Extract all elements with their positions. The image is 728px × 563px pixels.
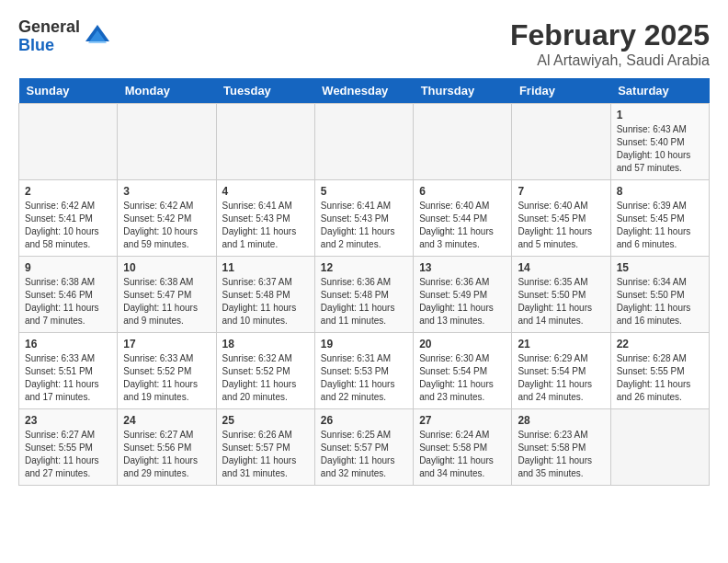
day-info: Sunrise: 6:24 AM Sunset: 5:58 PM Dayligh… (419, 429, 506, 480)
day-number: 8 (617, 185, 703, 198)
calendar-table: SundayMondayTuesdayWednesdayThursdayFrid… (18, 78, 710, 486)
calendar-cell: 22Sunrise: 6:28 AM Sunset: 5:55 PM Dayli… (610, 333, 709, 409)
day-info: Sunrise: 6:27 AM Sunset: 5:55 PM Dayligh… (25, 429, 111, 480)
title-block: February 2025 Al Artawiyah, Saudi Arabia (510, 18, 710, 69)
calendar-cell: 8Sunrise: 6:39 AM Sunset: 5:45 PM Daylig… (610, 180, 709, 257)
calendar-cell: 21Sunrise: 6:29 AM Sunset: 5:54 PM Dayli… (512, 333, 610, 409)
calendar-cell: 28Sunrise: 6:23 AM Sunset: 5:58 PM Dayli… (512, 409, 610, 486)
day-info: Sunrise: 6:38 AM Sunset: 5:46 PM Dayligh… (25, 276, 111, 327)
calendar-week-row: 9Sunrise: 6:38 AM Sunset: 5:46 PM Daylig… (19, 257, 710, 333)
day-info: Sunrise: 6:42 AM Sunset: 5:42 PM Dayligh… (123, 200, 210, 251)
day-number: 14 (518, 261, 604, 274)
calendar-subtitle: Al Artawiyah, Saudi Arabia (510, 52, 710, 69)
calendar-cell (19, 104, 118, 180)
page-header: General Blue February 2025 Al Artawiyah,… (18, 18, 710, 69)
calendar-week-row: 23Sunrise: 6:27 AM Sunset: 5:55 PM Dayli… (19, 409, 710, 486)
calendar-week-row: 2Sunrise: 6:42 AM Sunset: 5:41 PM Daylig… (19, 180, 710, 257)
day-number: 12 (321, 261, 407, 274)
calendar-cell: 27Sunrise: 6:24 AM Sunset: 5:58 PM Dayli… (414, 409, 512, 486)
calendar-title: February 2025 (510, 18, 710, 52)
day-number: 16 (25, 338, 111, 350)
weekday-sunday: Sunday (19, 78, 118, 104)
calendar-cell (314, 104, 413, 180)
day-info: Sunrise: 6:41 AM Sunset: 5:43 PM Dayligh… (222, 200, 309, 251)
day-number: 4 (222, 185, 309, 198)
day-number: 13 (419, 261, 506, 274)
calendar-cell: 20Sunrise: 6:30 AM Sunset: 5:54 PM Dayli… (414, 333, 512, 409)
day-number: 15 (617, 261, 703, 274)
day-number: 18 (222, 338, 309, 350)
day-info: Sunrise: 6:40 AM Sunset: 5:45 PM Dayligh… (518, 200, 604, 251)
weekday-tuesday: Tuesday (216, 78, 314, 104)
day-info: Sunrise: 6:33 AM Sunset: 5:51 PM Dayligh… (25, 352, 111, 404)
day-number: 25 (222, 414, 309, 427)
day-info: Sunrise: 6:36 AM Sunset: 5:49 PM Dayligh… (419, 276, 506, 327)
day-number: 9 (25, 261, 111, 274)
day-info: Sunrise: 6:35 AM Sunset: 5:50 PM Dayligh… (518, 276, 604, 327)
weekday-monday: Monday (118, 78, 216, 104)
weekday-saturday: Saturday (610, 78, 709, 104)
day-number: 3 (123, 185, 210, 198)
day-info: Sunrise: 6:29 AM Sunset: 5:54 PM Dayligh… (518, 352, 604, 404)
calendar-cell: 18Sunrise: 6:32 AM Sunset: 5:52 PM Dayli… (216, 333, 314, 409)
day-info: Sunrise: 6:38 AM Sunset: 5:47 PM Dayligh… (123, 276, 210, 327)
calendar-cell (414, 104, 512, 180)
day-number: 26 (321, 414, 407, 427)
logo: General Blue (18, 18, 111, 55)
logo-blue: Blue (18, 37, 80, 55)
calendar-cell (610, 409, 709, 486)
calendar-cell (118, 104, 216, 180)
day-info: Sunrise: 6:30 AM Sunset: 5:54 PM Dayligh… (419, 352, 506, 404)
day-info: Sunrise: 6:36 AM Sunset: 5:48 PM Dayligh… (321, 276, 407, 327)
day-info: Sunrise: 6:37 AM Sunset: 5:48 PM Dayligh… (222, 276, 309, 327)
day-number: 24 (123, 414, 210, 427)
day-number: 21 (518, 338, 604, 350)
calendar-cell: 7Sunrise: 6:40 AM Sunset: 5:45 PM Daylig… (512, 180, 610, 257)
day-number: 17 (123, 338, 210, 350)
day-info: Sunrise: 6:31 AM Sunset: 5:53 PM Dayligh… (321, 352, 407, 404)
day-number: 11 (222, 261, 309, 274)
calendar-cell: 3Sunrise: 6:42 AM Sunset: 5:42 PM Daylig… (118, 180, 216, 257)
day-number: 10 (123, 261, 210, 274)
day-number: 2 (25, 185, 111, 198)
calendar-cell: 19Sunrise: 6:31 AM Sunset: 5:53 PM Dayli… (314, 333, 413, 409)
calendar-week-row: 1Sunrise: 6:43 AM Sunset: 5:40 PM Daylig… (19, 104, 710, 180)
day-number: 22 (617, 338, 703, 350)
day-info: Sunrise: 6:41 AM Sunset: 5:43 PM Dayligh… (321, 200, 407, 251)
day-number: 27 (419, 414, 506, 427)
calendar-cell: 6Sunrise: 6:40 AM Sunset: 5:44 PM Daylig… (414, 180, 512, 257)
day-info: Sunrise: 6:34 AM Sunset: 5:50 PM Dayligh… (617, 276, 703, 327)
day-number: 20 (419, 338, 506, 350)
calendar-cell: 2Sunrise: 6:42 AM Sunset: 5:41 PM Daylig… (19, 180, 118, 257)
day-number: 28 (518, 414, 604, 427)
calendar-cell: 15Sunrise: 6:34 AM Sunset: 5:50 PM Dayli… (610, 257, 709, 333)
calendar-cell: 10Sunrise: 6:38 AM Sunset: 5:47 PM Dayli… (118, 257, 216, 333)
day-number: 6 (419, 185, 506, 198)
day-info: Sunrise: 6:27 AM Sunset: 5:56 PM Dayligh… (123, 429, 210, 480)
calendar-cell: 23Sunrise: 6:27 AM Sunset: 5:55 PM Dayli… (19, 409, 118, 486)
day-info: Sunrise: 6:25 AM Sunset: 5:57 PM Dayligh… (321, 429, 407, 480)
calendar-cell: 25Sunrise: 6:26 AM Sunset: 5:57 PM Dayli… (216, 409, 314, 486)
day-info: Sunrise: 6:33 AM Sunset: 5:52 PM Dayligh… (123, 352, 210, 404)
calendar-cell: 4Sunrise: 6:41 AM Sunset: 5:43 PM Daylig… (216, 180, 314, 257)
weekday-thursday: Thursday (414, 78, 512, 104)
day-info: Sunrise: 6:32 AM Sunset: 5:52 PM Dayligh… (222, 352, 309, 404)
calendar-body: 1Sunrise: 6:43 AM Sunset: 5:40 PM Daylig… (19, 104, 710, 486)
logo-icon (84, 23, 111, 51)
day-info: Sunrise: 6:39 AM Sunset: 5:45 PM Dayligh… (617, 200, 703, 251)
day-number: 7 (518, 185, 604, 198)
day-info: Sunrise: 6:23 AM Sunset: 5:58 PM Dayligh… (518, 429, 604, 480)
calendar-cell: 9Sunrise: 6:38 AM Sunset: 5:46 PM Daylig… (19, 257, 118, 333)
day-info: Sunrise: 6:28 AM Sunset: 5:55 PM Dayligh… (617, 352, 703, 404)
calendar-header: SundayMondayTuesdayWednesdayThursdayFrid… (19, 78, 710, 104)
day-number: 1 (617, 109, 703, 121)
calendar-cell: 26Sunrise: 6:25 AM Sunset: 5:57 PM Dayli… (314, 409, 413, 486)
calendar-cell: 13Sunrise: 6:36 AM Sunset: 5:49 PM Dayli… (414, 257, 512, 333)
weekday-friday: Friday (512, 78, 610, 104)
calendar-week-row: 16Sunrise: 6:33 AM Sunset: 5:51 PM Dayli… (19, 333, 710, 409)
day-info: Sunrise: 6:40 AM Sunset: 5:44 PM Dayligh… (419, 200, 506, 251)
calendar-cell: 16Sunrise: 6:33 AM Sunset: 5:51 PM Dayli… (19, 333, 118, 409)
day-info: Sunrise: 6:26 AM Sunset: 5:57 PM Dayligh… (222, 429, 309, 480)
day-info: Sunrise: 6:42 AM Sunset: 5:41 PM Dayligh… (25, 200, 111, 251)
calendar-cell: 5Sunrise: 6:41 AM Sunset: 5:43 PM Daylig… (314, 180, 413, 257)
